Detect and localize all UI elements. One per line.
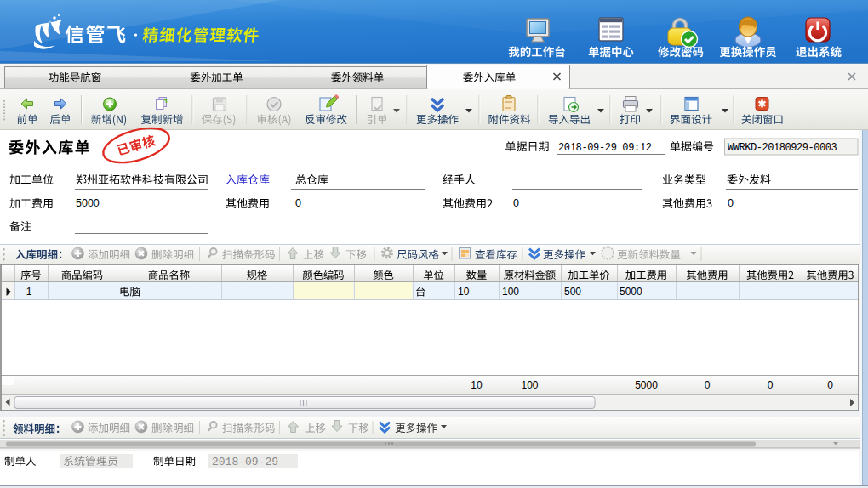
svg-text:2018-09-29: 2018-09-29 [212,456,278,468]
svg-text:5000: 5000 [620,286,642,298]
svg-text:0: 0 [513,197,519,209]
svg-text:10: 10 [458,286,470,298]
svg-text:2018-09-29 09:12: 2018-09-29 09:12 [558,142,652,154]
svg-text:5000: 5000 [76,197,100,209]
svg-text:100: 100 [502,286,519,298]
svg-text:0: 0 [705,379,711,391]
svg-text:WWRKD-20180929-0003: WWRKD-20180929-0003 [728,142,837,154]
svg-text:0: 0 [728,197,734,209]
svg-text:0: 0 [295,197,301,209]
svg-text:500: 500 [564,286,581,298]
svg-text:10: 10 [471,379,483,391]
svg-text:1: 1 [26,286,32,298]
svg-text:100: 100 [521,379,538,391]
svg-text:5000: 5000 [635,379,658,391]
svg-text:0: 0 [827,379,833,391]
svg-text:0: 0 [768,379,774,391]
